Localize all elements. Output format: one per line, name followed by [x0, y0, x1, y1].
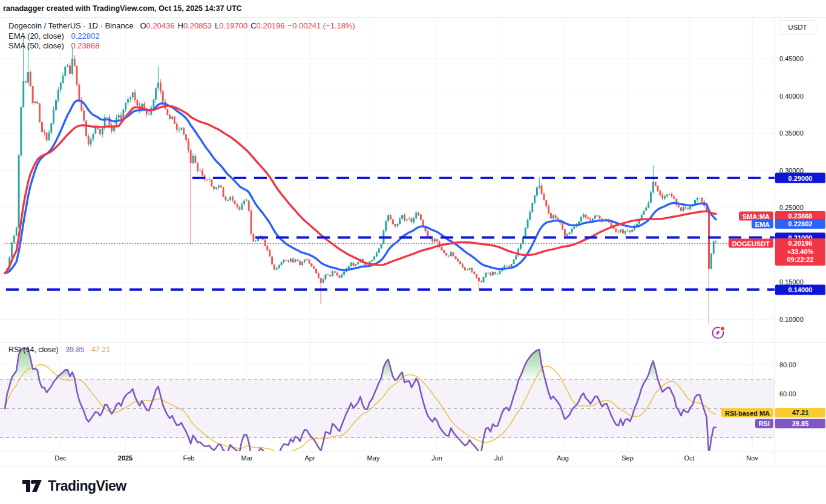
- time-label[interactable]: Apr: [304, 454, 315, 462]
- pane-divider[interactable]: [0, 342, 826, 342]
- ema-label: EMA (20, close): [8, 31, 64, 41]
- ema-axis-tag: EMA: [752, 220, 773, 229]
- ema-legend-row[interactable]: EMA (20, close) 0.22802: [8, 31, 355, 42]
- sma-value: 0.23868: [71, 41, 99, 50]
- price-tick: 0.25000: [779, 204, 804, 211]
- price-tick: 0.35000: [779, 129, 804, 137]
- time-label[interactable]: Sep: [621, 454, 634, 462]
- time-label[interactable]: 2025: [118, 454, 133, 462]
- time-axis-border: [0, 451, 826, 451]
- last-price-value: 0.20196: [775, 240, 825, 248]
- credit-line: ranadagger created with TradingView.com,…: [3, 4, 242, 13]
- symbol-title[interactable]: Dogecoin / TetherUS · 1D · Binance: [8, 21, 133, 30]
- sma-legend-row[interactable]: SMA (50, close) 0.23868: [8, 41, 355, 51]
- currency-toggle-button[interactable]: USDT: [779, 20, 816, 34]
- chart-legend[interactable]: Dogecoin / TetherUS · 1D · BinanceO0.204…: [8, 21, 355, 51]
- chart-bottom-border: [0, 466, 826, 467]
- rsi-title: RSI (14, close): [8, 345, 59, 354]
- flash-marker-icon[interactable]: [711, 326, 726, 340]
- time-label[interactable]: Oct: [684, 454, 694, 462]
- price-tick: 0.45000: [779, 55, 804, 62]
- time-label[interactable]: Mar: [241, 454, 253, 462]
- ema-value: 0.22802: [71, 31, 99, 41]
- rsi-legend[interactable]: RSI (14, close) 39.85 47.21: [8, 345, 110, 354]
- time-label[interactable]: Feb: [183, 454, 195, 462]
- ohlc-values: O0.20436H0.20853L0.19700C0.20196−0.00241…: [137, 21, 355, 30]
- level-price-badge: 0.14000: [775, 284, 825, 295]
- price-tick: 0.10000: [779, 316, 804, 323]
- rsi-pane[interactable]: [0, 342, 775, 451]
- bar-countdown: 09:22:22: [775, 256, 825, 264]
- tradingview-chart-screenshot: ranadagger created with TradingView.com,…: [0, 0, 826, 504]
- main-price-pane[interactable]: [0, 17, 775, 342]
- time-label[interactable]: Jul: [494, 454, 503, 462]
- rsi-tick: 60.00: [779, 390, 796, 398]
- level-price-badge: 0.29000: [775, 173, 825, 183]
- notification-dot: [720, 326, 724, 330]
- ema-axis-value: 0.22802: [775, 219, 825, 229]
- symbol-price-tag: DOGEUSDT: [729, 239, 773, 248]
- last-price-badge: 0.20196 +33.40% 09:22:22: [775, 238, 825, 266]
- change-percent: +33.40%: [775, 248, 825, 257]
- rsi-tick: 80.00: [779, 361, 796, 368]
- time-label[interactable]: Dec: [54, 454, 67, 462]
- rsi-ma-axis-value: 47.21: [775, 408, 825, 417]
- tradingview-logo-text: TradingView: [48, 478, 126, 494]
- symbol-legend-row[interactable]: Dogecoin / TetherUS · 1D · BinanceO0.204…: [8, 21, 355, 31]
- rsi-axis-tag: RSI: [755, 419, 773, 428]
- sma-label: SMA (50, close): [8, 41, 64, 50]
- change-value: −0.00241 (−1.18%): [288, 21, 355, 30]
- rsi-ma-axis-tag: RSI-based MA: [721, 408, 773, 417]
- time-label[interactable]: Jun: [431, 454, 442, 462]
- rsi-value: 39.85: [65, 345, 84, 354]
- time-label[interactable]: Aug: [557, 454, 569, 462]
- rsi-ma-value: 47.21: [91, 345, 110, 354]
- price-tick: 0.40000: [779, 93, 804, 100]
- tradingview-logo[interactable]: TradingView: [22, 477, 126, 494]
- time-label[interactable]: Nov: [746, 454, 758, 462]
- rsi-axis-value: 39.85: [775, 419, 825, 428]
- time-label[interactable]: May: [367, 454, 380, 462]
- tradingview-logo-mark: [22, 477, 42, 494]
